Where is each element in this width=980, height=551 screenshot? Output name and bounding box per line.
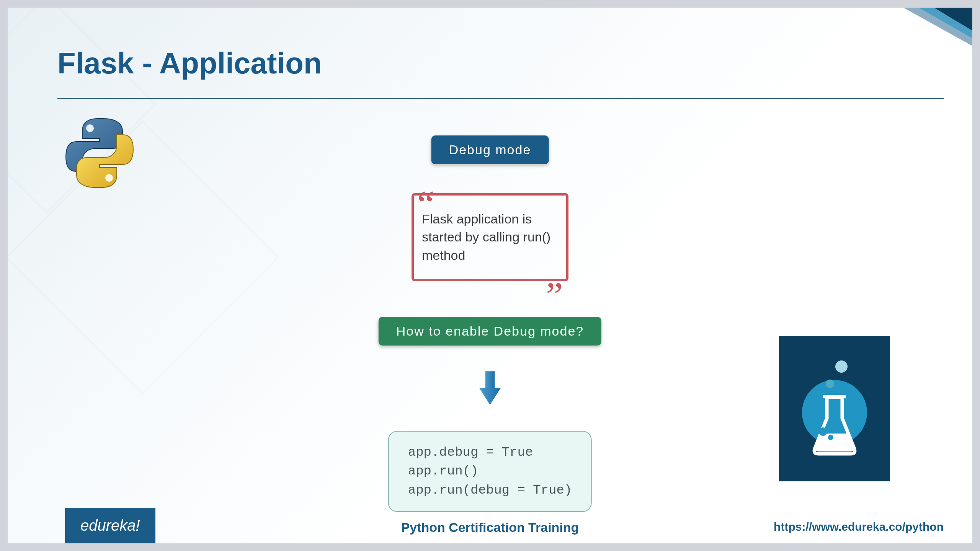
how-to-enable-badge: How to enable Debug mode? xyxy=(379,317,601,346)
svg-point-9 xyxy=(826,380,834,388)
svg-marker-6 xyxy=(479,388,501,405)
svg-point-8 xyxy=(835,360,848,373)
quote-close-icon: “ xyxy=(546,261,563,299)
footer-url: https://www.edureka.co/python xyxy=(774,520,944,533)
svg-point-3 xyxy=(86,124,94,132)
footer-subtitle: Python Certification Training xyxy=(401,520,579,535)
code-snippet: app.debug = True app.run() app.run(debug… xyxy=(388,431,592,512)
svg-point-4 xyxy=(105,174,113,182)
slide-title: Flask - Application xyxy=(57,46,322,81)
arrow-down-icon xyxy=(477,369,503,409)
debug-mode-badge: Debug mode xyxy=(431,135,549,164)
python-logo-icon xyxy=(61,115,138,191)
svg-rect-5 xyxy=(485,371,495,390)
slide-container: Flask - Application Debug mode “ Flask a… xyxy=(8,8,972,543)
title-underline xyxy=(57,98,944,99)
flask-beaker-icon xyxy=(779,336,890,481)
quote-open-icon: “ xyxy=(417,185,434,223)
quote-container: “ Flask application is started by callin… xyxy=(406,187,574,287)
svg-point-11 xyxy=(819,427,827,436)
svg-rect-10 xyxy=(823,395,846,398)
corner-accent-icon xyxy=(858,8,972,77)
svg-point-12 xyxy=(828,435,833,440)
brand-logo: edureka! xyxy=(65,508,155,543)
